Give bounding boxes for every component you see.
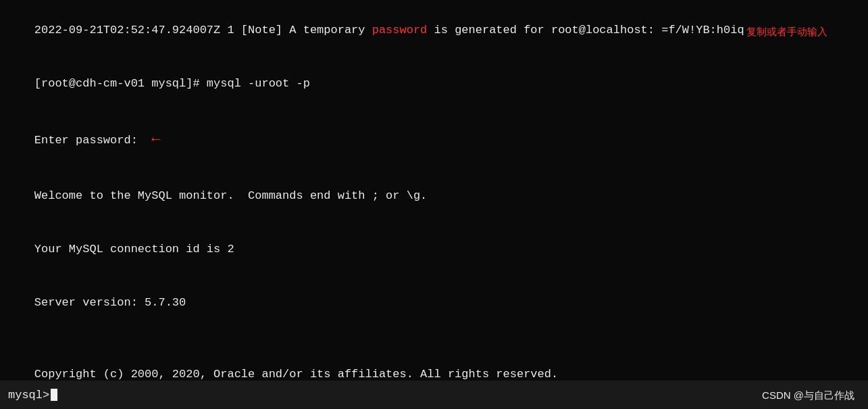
line-timestamp: 2022-09-21T02:52:47.924007Z 1 [Note] A t…	[7, 4, 861, 57]
line2-text: [root@cdh-cm-v01 mysql]# mysql -uroot -p	[34, 77, 310, 90]
line4-text: Welcome to the MySQL monitor. Commands e…	[34, 189, 428, 202]
line6-text: Server version: 5.7.30	[34, 296, 186, 309]
cursor-block	[51, 389, 57, 401]
line-enter-password: Enter password: ←	[7, 111, 861, 170]
line5-text: Your MySQL connection id is 2	[34, 243, 234, 256]
line7-text: Copyright (c) 2000, 2020, Oracle and/or …	[34, 368, 558, 381]
line-server-version: Server version: 5.7.30	[7, 276, 861, 330]
arrow-icon: ←	[151, 131, 160, 148]
line-connection-id: Your MySQL connection id is 2	[7, 223, 861, 276]
line-login-cmd: [root@cdh-cm-v01 mysql]# mysql -uroot -p	[7, 57, 861, 111]
line-welcome: Welcome to the MySQL monitor. Commands e…	[7, 170, 861, 223]
terminal: 2022-09-21T02:52:47.924007Z 1 [Note] A t…	[0, 0, 868, 409]
csdn-watermark: CSDN @与自己作战	[762, 389, 854, 402]
annotation-copy-paste: 复制或者手动输入	[746, 26, 827, 39]
blank-line-1	[7, 330, 861, 347]
line1-part1: 2022-09-21T02:52:47.924007Z 1 [Note] A t…	[34, 24, 372, 37]
bottom-bar: mysql>	[0, 381, 868, 409]
line1-part2: is generated for root@localhost: =f/W!YB…	[427, 24, 744, 37]
line3-prompt: Enter password:	[34, 134, 151, 147]
line1-password: password	[372, 24, 428, 37]
mysql-prompt: mysql>	[8, 389, 49, 402]
